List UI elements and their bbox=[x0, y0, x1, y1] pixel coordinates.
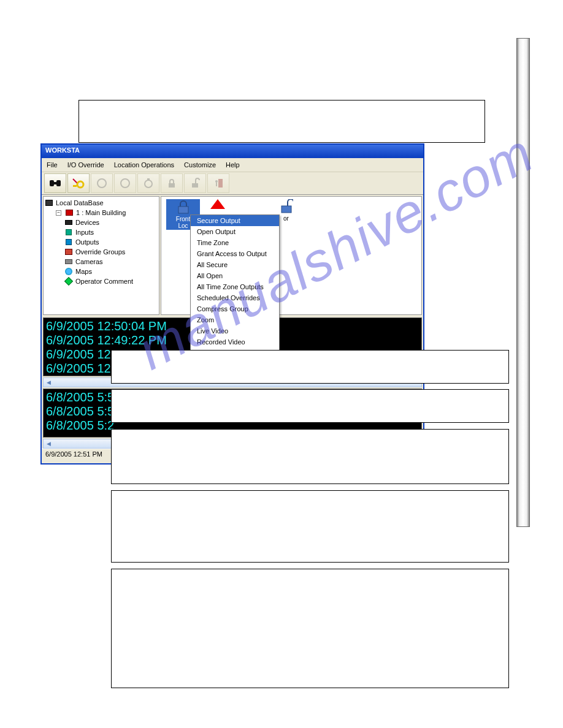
doc-callout-box-1 bbox=[79, 100, 485, 143]
cameras-icon bbox=[65, 259, 72, 264]
tree-item-label: Maps bbox=[75, 268, 92, 275]
clock-add-icon bbox=[120, 178, 131, 189]
tree-item-label: Override Groups bbox=[75, 248, 125, 256]
doc-callout-box-3 bbox=[111, 389, 509, 423]
menu-item-all-open[interactable]: All Open bbox=[191, 270, 279, 281]
maps-icon bbox=[65, 268, 72, 275]
menu-file[interactable]: File bbox=[42, 160, 63, 170]
tree-override-groups[interactable]: Override Groups bbox=[44, 247, 159, 257]
inputs-icon bbox=[66, 229, 72, 235]
svg-rect-13 bbox=[216, 183, 217, 186]
menu-item-time-zone[interactable]: Time Zone bbox=[191, 237, 279, 248]
doc-callout-box-5 bbox=[111, 490, 509, 563]
toolbar-button-3[interactable] bbox=[91, 173, 113, 193]
operator-comment-icon bbox=[64, 277, 73, 286]
svg-rect-10 bbox=[192, 183, 198, 188]
lock-closed-icon bbox=[166, 178, 177, 189]
svg-rect-0 bbox=[50, 180, 54, 186]
menu-item-zoom[interactable]: Zoom bbox=[191, 314, 279, 325]
menu-item-compress-group[interactable]: Compress Group bbox=[191, 303, 279, 314]
page-side-gradient bbox=[516, 38, 530, 527]
menu-item-live-video[interactable]: Live Video bbox=[191, 325, 279, 336]
svg-point-7 bbox=[145, 180, 152, 188]
toolbar-button-8[interactable] bbox=[207, 173, 229, 193]
svg-point-6 bbox=[121, 179, 129, 188]
tree-outputs[interactable]: Outputs bbox=[44, 237, 159, 247]
scroll-left-icon[interactable]: ◀ bbox=[44, 439, 53, 448]
svg-rect-15 bbox=[282, 206, 291, 213]
svg-rect-1 bbox=[56, 180, 61, 186]
doc-callout-box-6 bbox=[111, 569, 509, 688]
override-groups-icon bbox=[65, 249, 72, 255]
menu-customize[interactable]: Customize bbox=[179, 160, 221, 170]
toolbar-button-4[interactable] bbox=[114, 173, 136, 193]
window-titlebar[interactable]: WORKSTA bbox=[42, 145, 423, 158]
menu-item-open-output[interactable]: Open Output bbox=[191, 226, 279, 237]
door-label-line2: Loc bbox=[178, 222, 188, 229]
door-label-line1: Front bbox=[176, 216, 190, 222]
stopwatch-icon bbox=[143, 178, 154, 189]
menu-help[interactable]: Help bbox=[221, 160, 245, 170]
svg-rect-11 bbox=[218, 179, 223, 188]
scroll-left-icon[interactable]: ◀ bbox=[44, 378, 53, 387]
svg-rect-2 bbox=[53, 182, 57, 184]
tree-item-label: Devices bbox=[75, 219, 99, 226]
tree-item-label: Cameras bbox=[75, 258, 103, 265]
door-label-fragment: or bbox=[283, 215, 289, 222]
tree-item-label: Inputs bbox=[75, 229, 94, 236]
building-icon bbox=[66, 210, 73, 216]
tree-item-label: Operator Comment bbox=[75, 278, 133, 285]
doc-callout-box-4 bbox=[111, 429, 509, 484]
tree-panel: Local DataBase − 1 : Main Building Devic… bbox=[43, 196, 159, 315]
tree-maps[interactable]: Maps bbox=[44, 267, 159, 276]
svg-point-5 bbox=[98, 179, 106, 188]
toolbar-key-button[interactable] bbox=[67, 173, 90, 193]
padlock-open-icon bbox=[280, 199, 293, 214]
doc-callout-box-2 bbox=[111, 350, 509, 384]
tree-item-label: Outputs bbox=[75, 238, 99, 246]
toolbar-binoculars-button[interactable] bbox=[44, 173, 66, 193]
database-icon bbox=[45, 200, 53, 206]
toolbar-button-5[interactable] bbox=[137, 173, 159, 193]
alarm-indicator bbox=[210, 199, 225, 209]
tree-root[interactable]: Local DataBase bbox=[44, 198, 159, 208]
tree-operator-comment[interactable]: Operator Comment bbox=[44, 276, 159, 286]
tree-building-label: 1 : Main Building bbox=[76, 209, 126, 216]
padlock-closed-icon bbox=[177, 200, 190, 214]
devices-icon bbox=[65, 220, 72, 225]
menu-io-override[interactable]: I/O Override bbox=[63, 160, 109, 170]
svg-point-3 bbox=[77, 181, 83, 188]
menu-item-all-tz-outputs[interactable]: All Time Zone Outputs bbox=[191, 281, 279, 292]
expander-icon[interactable]: − bbox=[56, 210, 61, 216]
svg-rect-8 bbox=[147, 178, 150, 180]
red-triangle-icon bbox=[210, 199, 225, 209]
clock-icon bbox=[96, 178, 107, 189]
svg-rect-9 bbox=[169, 183, 175, 188]
menu-item-recorded-video[interactable]: Recorded Video bbox=[191, 336, 279, 347]
svg-point-12 bbox=[215, 180, 218, 183]
menu-item-all-secure[interactable]: All Secure bbox=[191, 259, 279, 270]
tree-cameras[interactable]: Cameras bbox=[44, 257, 159, 267]
key-icon bbox=[72, 178, 85, 189]
context-menu: Secure Output Open Output Time Zone Gran… bbox=[190, 214, 280, 359]
status-datetime: 6/9/2005 12:51 PM bbox=[45, 450, 102, 458]
toolbar-button-7[interactable] bbox=[184, 173, 206, 193]
tree-root-label: Local DataBase bbox=[56, 199, 104, 207]
lock-open-icon bbox=[190, 178, 201, 189]
menubar: File I/O Override Location Operations Cu… bbox=[42, 158, 423, 172]
door-exit-icon bbox=[213, 178, 224, 189]
tree-inputs[interactable]: Inputs bbox=[44, 227, 159, 237]
menu-location-operations[interactable]: Location Operations bbox=[109, 160, 179, 170]
window-title: WORKSTA bbox=[45, 146, 80, 154]
binoculars-icon bbox=[49, 178, 61, 189]
toolbar bbox=[42, 172, 423, 195]
menu-item-secure-output[interactable]: Secure Output bbox=[191, 215, 279, 226]
svg-rect-4 bbox=[73, 185, 77, 187]
toolbar-button-6[interactable] bbox=[161, 173, 183, 193]
tree-devices[interactable]: Devices bbox=[44, 218, 159, 227]
menu-item-grant-access[interactable]: Grant Access to Output bbox=[191, 248, 279, 259]
outputs-icon bbox=[66, 239, 72, 245]
menu-item-scheduled-overrides[interactable]: Scheduled Overrides bbox=[191, 292, 279, 303]
tree-building[interactable]: − 1 : Main Building bbox=[44, 208, 159, 218]
svg-rect-14 bbox=[178, 207, 188, 213]
